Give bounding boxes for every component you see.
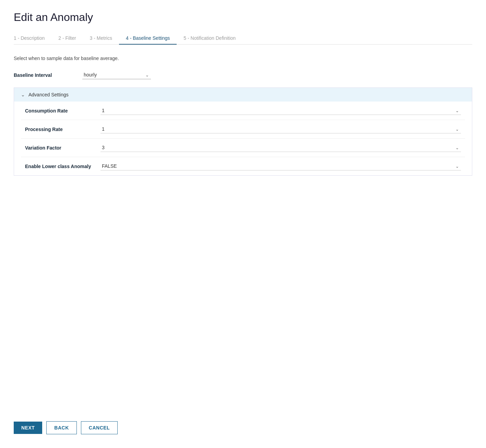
tab-metrics[interactable]: 3 - Metrics	[83, 32, 119, 44]
next-button[interactable]: NEXT	[14, 422, 42, 434]
advanced-settings-label: Advanced Settings	[28, 92, 69, 97]
section-description: Select when to sample data for baseline …	[14, 56, 472, 61]
page-title: Edit an Anomaly	[14, 11, 472, 24]
processing-rate-select-wrapper: 1 2 3 4 5 ⌄	[100, 125, 461, 133]
consumption-rate-label: Consumption Rate	[25, 108, 100, 114]
chevron-down-icon: ⌄	[21, 92, 25, 97]
enable-lower-class-row: Enable Lower class Anomaly FALSE TRUE ⌄	[21, 157, 465, 175]
tab-description[interactable]: 1 - Description	[14, 32, 51, 44]
variation-factor-row: Variation Factor 1 2 3 4 5 ⌄	[21, 139, 465, 157]
tab-filter[interactable]: 2 - Filter	[51, 32, 83, 44]
advanced-settings-header[interactable]: ⌄ Advanced Settings	[14, 88, 472, 102]
baseline-interval-select-wrapper: hourly daily weekly monthly ⌄	[82, 71, 151, 79]
processing-rate-label: Processing Rate	[25, 127, 100, 132]
tab-notification[interactable]: 5 - Notification Definition	[177, 32, 242, 44]
enable-lower-class-select-wrapper: FALSE TRUE ⌄	[100, 162, 461, 170]
baseline-interval-row: Baseline Interval hourly daily weekly mo…	[14, 71, 472, 79]
variation-factor-select-wrapper: 1 2 3 4 5 ⌄	[100, 143, 461, 152]
baseline-interval-select[interactable]: hourly daily weekly monthly	[82, 71, 151, 79]
variation-factor-label: Variation Factor	[25, 145, 100, 151]
enable-lower-class-select[interactable]: FALSE TRUE	[100, 162, 461, 170]
enable-lower-class-label: Enable Lower class Anomaly	[25, 164, 100, 169]
footer-actions: NEXT BACK CANCEL	[14, 421, 118, 434]
back-button[interactable]: BACK	[46, 421, 76, 434]
consumption-rate-row: Consumption Rate 1 2 3 4 5 ⌄	[21, 102, 465, 120]
cancel-button[interactable]: CANCEL	[81, 421, 118, 434]
wizard-tabs: 1 - Description 2 - Filter 3 - Metrics 4…	[14, 32, 472, 45]
page-container: Edit an Anomaly 1 - Description 2 - Filt…	[0, 0, 486, 448]
tab-baseline[interactable]: 4 - Baseline Settings	[119, 32, 177, 44]
variation-factor-select[interactable]: 1 2 3 4 5	[100, 143, 461, 152]
advanced-settings-section: ⌄ Advanced Settings Consumption Rate 1 2…	[14, 87, 472, 176]
advanced-settings-body: Consumption Rate 1 2 3 4 5 ⌄ Processing …	[14, 102, 472, 175]
consumption-rate-select-wrapper: 1 2 3 4 5 ⌄	[100, 106, 461, 115]
processing-rate-row: Processing Rate 1 2 3 4 5 ⌄	[21, 120, 465, 139]
baseline-interval-label: Baseline Interval	[14, 72, 82, 78]
consumption-rate-select[interactable]: 1 2 3 4 5	[100, 106, 461, 115]
processing-rate-select[interactable]: 1 2 3 4 5	[100, 125, 461, 133]
